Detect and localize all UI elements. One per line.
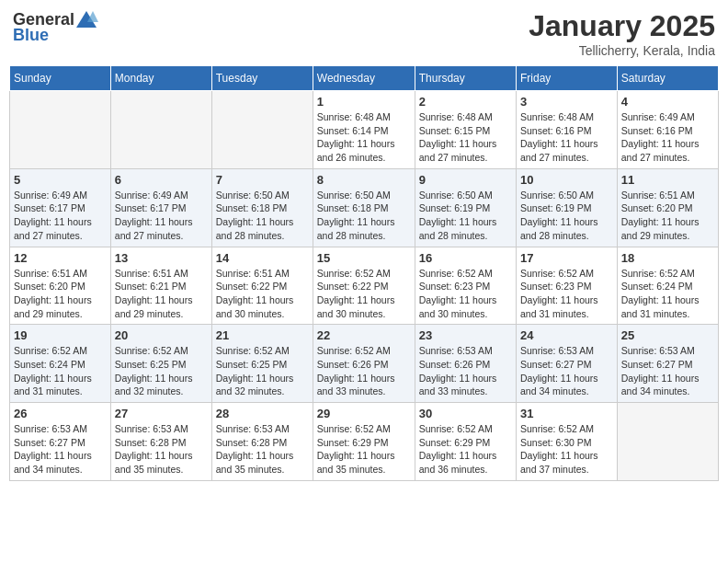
- calendar-cell: 12Sunrise: 6:51 AM Sunset: 6:20 PM Dayli…: [10, 247, 111, 325]
- day-info: Sunrise: 6:51 AM Sunset: 6:20 PM Dayligh…: [14, 267, 107, 321]
- day-number: 3: [520, 95, 613, 109]
- day-number: 10: [520, 173, 613, 187]
- day-info: Sunrise: 6:52 AM Sunset: 6:22 PM Dayligh…: [317, 267, 411, 321]
- day-info: Sunrise: 6:53 AM Sunset: 6:27 PM Dayligh…: [520, 344, 613, 398]
- day-info: Sunrise: 6:51 AM Sunset: 6:22 PM Dayligh…: [216, 267, 309, 321]
- day-info: Sunrise: 6:48 AM Sunset: 6:14 PM Dayligh…: [317, 110, 411, 165]
- day-info: Sunrise: 6:52 AM Sunset: 6:23 PM Dayligh…: [520, 267, 613, 321]
- day-number: 2: [419, 95, 512, 109]
- day-info: Sunrise: 6:52 AM Sunset: 6:24 PM Dayligh…: [621, 267, 714, 321]
- day-number: 1: [317, 95, 411, 109]
- calendar-cell: 13Sunrise: 6:51 AM Sunset: 6:21 PM Dayli…: [110, 247, 211, 325]
- calendar-cell: 31Sunrise: 6:52 AM Sunset: 6:30 PM Dayli…: [516, 403, 617, 481]
- day-number: 31: [520, 407, 613, 420]
- calendar-cell: 24Sunrise: 6:53 AM Sunset: 6:27 PM Dayli…: [516, 325, 617, 403]
- day-number: 22: [317, 328, 411, 342]
- day-number: 15: [317, 251, 411, 265]
- day-number: 20: [115, 328, 208, 342]
- day-number: 24: [520, 328, 613, 342]
- day-info: Sunrise: 6:51 AM Sunset: 6:21 PM Dayligh…: [115, 267, 208, 321]
- calendar-cell: [110, 91, 211, 169]
- calendar-cell: 4Sunrise: 6:49 AM Sunset: 6:16 PM Daylig…: [617, 91, 718, 169]
- calendar-cell: 28Sunrise: 6:53 AM Sunset: 6:28 PM Dayli…: [211, 403, 313, 481]
- logo-text-blue: Blue: [13, 26, 49, 45]
- day-number: 19: [14, 328, 107, 342]
- day-number: 9: [419, 173, 512, 187]
- calendar-cell: 27Sunrise: 6:53 AM Sunset: 6:28 PM Dayli…: [110, 403, 211, 481]
- calendar-cell: 11Sunrise: 6:51 AM Sunset: 6:20 PM Dayli…: [617, 168, 718, 247]
- day-info: Sunrise: 6:52 AM Sunset: 6:23 PM Dayligh…: [419, 267, 512, 321]
- day-info: Sunrise: 6:53 AM Sunset: 6:26 PM Dayligh…: [419, 344, 512, 398]
- calendar-cell: 6Sunrise: 6:49 AM Sunset: 6:17 PM Daylig…: [110, 168, 211, 247]
- day-info: Sunrise: 6:52 AM Sunset: 6:25 PM Dayligh…: [216, 344, 309, 398]
- day-info: Sunrise: 6:49 AM Sunset: 6:17 PM Dayligh…: [115, 189, 208, 243]
- calendar-cell: 30Sunrise: 6:52 AM Sunset: 6:29 PM Dayli…: [415, 403, 516, 481]
- calendar-cell: 3Sunrise: 6:48 AM Sunset: 6:16 PM Daylig…: [516, 91, 617, 169]
- calendar-cell: 9Sunrise: 6:50 AM Sunset: 6:19 PM Daylig…: [415, 168, 516, 247]
- calendar-cell: 18Sunrise: 6:52 AM Sunset: 6:24 PM Dayli…: [617, 247, 718, 325]
- day-number: 21: [216, 328, 309, 342]
- day-number: 27: [115, 407, 208, 420]
- calendar-cell: 19Sunrise: 6:52 AM Sunset: 6:24 PM Dayli…: [10, 325, 111, 403]
- calendar-week-row: 5Sunrise: 6:49 AM Sunset: 6:17 PM Daylig…: [10, 168, 719, 247]
- day-number: 26: [14, 407, 107, 420]
- calendar-cell: 14Sunrise: 6:51 AM Sunset: 6:22 PM Dayli…: [211, 247, 313, 325]
- day-number: 5: [14, 173, 107, 187]
- calendar-day-header: Monday: [110, 66, 211, 91]
- calendar-cell: 23Sunrise: 6:53 AM Sunset: 6:26 PM Dayli…: [415, 325, 516, 403]
- calendar-cell: 20Sunrise: 6:52 AM Sunset: 6:25 PM Dayli…: [110, 325, 211, 403]
- calendar-cell: 25Sunrise: 6:53 AM Sunset: 6:27 PM Dayli…: [617, 325, 718, 403]
- day-info: Sunrise: 6:52 AM Sunset: 6:29 PM Dayligh…: [419, 422, 512, 477]
- calendar-cell: 7Sunrise: 6:50 AM Sunset: 6:18 PM Daylig…: [211, 168, 313, 247]
- calendar-week-row: 12Sunrise: 6:51 AM Sunset: 6:20 PM Dayli…: [10, 247, 719, 325]
- day-number: 8: [317, 173, 411, 187]
- location: Tellicherry, Kerala, India: [529, 43, 715, 58]
- day-info: Sunrise: 6:52 AM Sunset: 6:29 PM Dayligh…: [317, 422, 411, 477]
- day-number: 29: [317, 407, 411, 420]
- calendar-day-header: Thursday: [415, 66, 516, 91]
- day-info: Sunrise: 6:50 AM Sunset: 6:18 PM Dayligh…: [216, 189, 309, 243]
- calendar-day-header: Tuesday: [211, 66, 313, 91]
- day-info: Sunrise: 6:53 AM Sunset: 6:27 PM Dayligh…: [14, 422, 107, 477]
- day-number: 4: [621, 95, 714, 109]
- day-info: Sunrise: 6:53 AM Sunset: 6:27 PM Dayligh…: [621, 344, 714, 398]
- day-number: 13: [115, 251, 208, 265]
- calendar-week-row: 1Sunrise: 6:48 AM Sunset: 6:14 PM Daylig…: [10, 91, 719, 169]
- day-number: 23: [419, 328, 512, 342]
- calendar-cell: 5Sunrise: 6:49 AM Sunset: 6:17 PM Daylig…: [10, 168, 111, 247]
- calendar-cell: 16Sunrise: 6:52 AM Sunset: 6:23 PM Dayli…: [415, 247, 516, 325]
- calendar-week-row: 26Sunrise: 6:53 AM Sunset: 6:27 PM Dayli…: [10, 403, 719, 481]
- calendar-table: SundayMondayTuesdayWednesdayThursdayFrid…: [9, 65, 719, 481]
- day-info: Sunrise: 6:49 AM Sunset: 6:17 PM Dayligh…: [14, 189, 107, 243]
- calendar-day-header: Wednesday: [313, 66, 415, 91]
- day-number: 18: [621, 251, 714, 265]
- title-section: January 2025 Tellicherry, Kerala, India: [529, 9, 715, 58]
- calendar-cell: [211, 91, 313, 169]
- logo-icon: [74, 9, 98, 29]
- day-info: Sunrise: 6:50 AM Sunset: 6:19 PM Dayligh…: [520, 189, 613, 243]
- calendar-cell: 17Sunrise: 6:52 AM Sunset: 6:23 PM Dayli…: [516, 247, 617, 325]
- calendar-cell: 29Sunrise: 6:52 AM Sunset: 6:29 PM Dayli…: [313, 403, 415, 481]
- day-info: Sunrise: 6:52 AM Sunset: 6:26 PM Dayligh…: [317, 344, 411, 398]
- day-info: Sunrise: 6:52 AM Sunset: 6:30 PM Dayligh…: [520, 422, 613, 477]
- day-number: 25: [621, 328, 714, 342]
- day-info: Sunrise: 6:52 AM Sunset: 6:25 PM Dayligh…: [115, 344, 208, 398]
- calendar-cell: [617, 403, 718, 481]
- day-number: 6: [115, 173, 208, 187]
- day-info: Sunrise: 6:52 AM Sunset: 6:24 PM Dayligh…: [14, 344, 107, 398]
- page-header: General Blue January 2025 Tellicherry, K…: [9, 9, 719, 58]
- calendar-cell: [10, 91, 111, 169]
- day-info: Sunrise: 6:53 AM Sunset: 6:28 PM Dayligh…: [115, 422, 208, 477]
- day-number: 14: [216, 251, 309, 265]
- month-title: January 2025: [529, 9, 715, 43]
- day-info: Sunrise: 6:48 AM Sunset: 6:16 PM Dayligh…: [520, 110, 613, 165]
- calendar-cell: 15Sunrise: 6:52 AM Sunset: 6:22 PM Dayli…: [313, 247, 415, 325]
- logo: General Blue: [13, 9, 98, 45]
- calendar-cell: 2Sunrise: 6:48 AM Sunset: 6:15 PM Daylig…: [415, 91, 516, 169]
- day-number: 17: [520, 251, 613, 265]
- calendar-day-header: Saturday: [617, 66, 718, 91]
- day-info: Sunrise: 6:53 AM Sunset: 6:28 PM Dayligh…: [216, 422, 309, 477]
- calendar-cell: 1Sunrise: 6:48 AM Sunset: 6:14 PM Daylig…: [313, 91, 415, 169]
- calendar-day-header: Sunday: [10, 66, 111, 91]
- day-info: Sunrise: 6:50 AM Sunset: 6:18 PM Dayligh…: [317, 189, 411, 243]
